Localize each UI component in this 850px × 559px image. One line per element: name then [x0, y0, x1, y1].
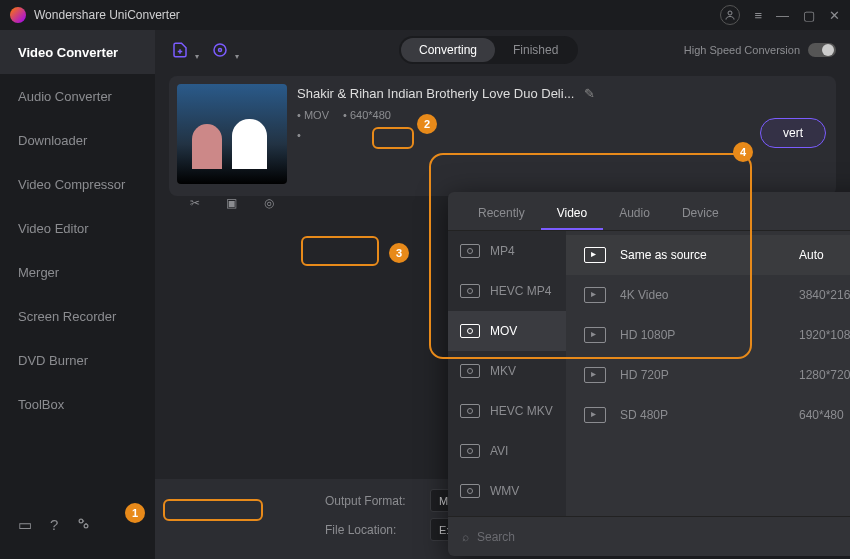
resolution-4k[interactable]: 4K Video3840*2160✎	[566, 275, 850, 315]
file-location-label: File Location:	[325, 523, 420, 537]
sidebar-item-screen-recorder[interactable]: Screen Recorder	[0, 294, 155, 338]
app-title: Wondershare UniConverter	[34, 8, 180, 22]
format-icon	[460, 244, 480, 258]
format-mp4[interactable]: MP4	[448, 231, 566, 271]
format-icon	[460, 364, 480, 378]
sidebar-item-audio-converter[interactable]: Audio Converter	[0, 74, 155, 118]
effects-icon[interactable]: ◎	[264, 196, 274, 210]
hsc-label: High Speed Conversion	[684, 44, 800, 56]
format-avi[interactable]: AVI	[448, 431, 566, 471]
format-mov[interactable]: MOV	[448, 311, 566, 351]
resolution-480p[interactable]: SD 480P640*480✎	[566, 395, 850, 435]
sidebar-item-merger[interactable]: Merger	[0, 250, 155, 294]
resolution-list: Same as sourceAuto✎ 4K Video3840*2160✎ H…	[566, 231, 850, 516]
res-icon	[584, 407, 606, 423]
format-icon	[460, 404, 480, 418]
add-file-icon[interactable]	[169, 39, 191, 61]
res-icon	[584, 247, 606, 263]
tab-device[interactable]: Device	[666, 200, 735, 230]
media-resolution: 640*480	[350, 109, 391, 121]
format-icon	[460, 444, 480, 458]
resolution-720p[interactable]: HD 720P1280*720✎	[566, 355, 850, 395]
titlebar: Wondershare UniConverter ≡ — ▢ ✕	[0, 0, 850, 30]
maximize-icon[interactable]: ▢	[803, 8, 815, 23]
trim-icon[interactable]: ✂	[190, 196, 200, 210]
sidebar: Video Converter Audio Converter Download…	[0, 30, 155, 559]
share-icon[interactable]	[76, 516, 91, 534]
svg-point-4	[219, 49, 222, 52]
svg-point-1	[79, 519, 83, 523]
media-card: ✂ ▣ ◎ Shakir & Rihan Indian Brotherly Lo…	[169, 76, 836, 196]
sidebar-item-downloader[interactable]: Downloader	[0, 118, 155, 162]
menu-icon[interactable]: ≡	[754, 8, 762, 23]
svg-point-3	[214, 44, 226, 56]
tab-audio[interactable]: Audio	[603, 200, 666, 230]
sidebar-item-video-converter[interactable]: Video Converter	[0, 30, 155, 74]
format-icon	[460, 484, 480, 498]
app-logo-icon	[10, 7, 26, 23]
guide-icon[interactable]: ▭	[18, 516, 32, 534]
target-icon[interactable]	[209, 39, 231, 61]
tab-video[interactable]: Video	[541, 200, 603, 230]
res-icon	[584, 287, 606, 303]
media-title: Shakir & Rihan Indian Brotherly Love Duo…	[297, 86, 574, 101]
resolution-1080p[interactable]: HD 1080P1920*1080✎	[566, 315, 850, 355]
tab-converting[interactable]: Converting	[401, 38, 495, 62]
account-icon[interactable]	[720, 5, 740, 25]
close-icon[interactable]: ✕	[829, 8, 840, 23]
convert-button[interactable]: vert	[760, 118, 826, 148]
svg-point-0	[728, 11, 732, 15]
res-icon	[584, 327, 606, 343]
edit-title-icon[interactable]: ✎	[584, 86, 595, 101]
search-input[interactable]: ⌕Search	[462, 530, 850, 544]
format-hevc-mp4[interactable]: HEVC MP4	[448, 271, 566, 311]
sidebar-item-toolbox[interactable]: ToolBox	[0, 382, 155, 426]
tab-recently[interactable]: Recently	[462, 200, 541, 230]
resolution-same[interactable]: Same as sourceAuto✎	[566, 235, 850, 275]
format-mkv[interactable]: MKV	[448, 351, 566, 391]
format-list: MP4 HEVC MP4 MOV MKV HEVC MKV AVI WMV M4…	[448, 231, 566, 516]
tab-finished[interactable]: Finished	[495, 38, 576, 62]
sidebar-item-video-compressor[interactable]: Video Compressor	[0, 162, 155, 206]
format-popup: Recently Video Audio Device MP4 HEVC MP4…	[448, 192, 850, 556]
media-format: MOV	[304, 109, 329, 121]
status-segment: Converting Finished	[399, 36, 578, 64]
output-format-label: Output Format:	[325, 494, 420, 508]
minimize-icon[interactable]: —	[776, 8, 789, 23]
sidebar-item-dvd-burner[interactable]: DVD Burner	[0, 338, 155, 382]
search-icon: ⌕	[462, 530, 469, 544]
format-icon	[460, 284, 480, 298]
crop-icon[interactable]: ▣	[226, 196, 237, 210]
res-icon	[584, 367, 606, 383]
format-hevc-mkv[interactable]: HEVC MKV	[448, 391, 566, 431]
help-icon[interactable]: ?	[50, 516, 58, 534]
thumbnail	[177, 84, 287, 184]
hsc-toggle[interactable]	[808, 43, 836, 57]
sidebar-item-video-editor[interactable]: Video Editor	[0, 206, 155, 250]
format-icon	[460, 324, 480, 338]
format-wmv[interactable]: WMV	[448, 471, 566, 511]
toolbar: Converting Finished High Speed Conversio…	[155, 30, 850, 70]
svg-point-2	[84, 524, 88, 528]
